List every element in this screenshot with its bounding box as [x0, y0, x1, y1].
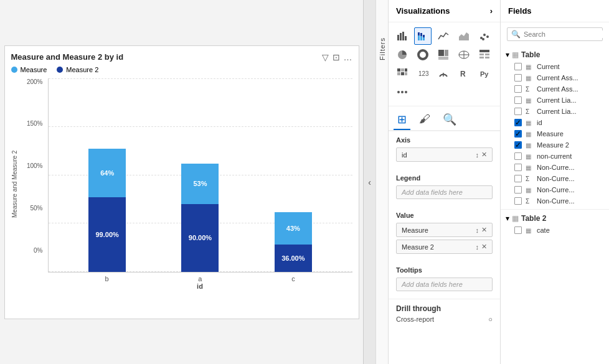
field-checkbox-measure[interactable]: ✓	[514, 130, 522, 138]
cross-report-label: Cross-report	[396, 315, 434, 323]
axis-field-box[interactable]: id ↕ ✕	[396, 147, 493, 162]
viz-tab-analytics[interactable]: 🔍	[439, 110, 460, 130]
field-checkbox-current[interactable]	[514, 63, 522, 70]
field-type-cate: ▦	[526, 227, 533, 234]
viz-python-icon[interactable]: Py	[476, 65, 493, 82]
field-name-noncurre1: Non-Curre...	[537, 164, 602, 171]
value-measure2-icons: ↕ ✕	[476, 243, 488, 251]
value-measure2-remove[interactable]: ✕	[481, 243, 487, 251]
viz-icons-grid: 123 R Py	[389, 22, 500, 106]
svg-point-12	[483, 34, 486, 36]
chart-title: Measure and Measure 2 by id	[11, 52, 124, 62]
more-icon[interactable]: …	[344, 52, 352, 62]
value-measure-remove[interactable]: ✕	[481, 226, 487, 234]
bars-group: 99.00% 64% 90.00% 53%	[49, 78, 352, 272]
viz-kpi-icon[interactable]: 123	[414, 65, 432, 82]
field-checkbox-curlia1[interactable]	[514, 96, 522, 104]
bar-bottom-b: 64%	[88, 149, 126, 197]
table2-label: Table 2	[521, 214, 546, 223]
viz-stacked-bar-icon[interactable]	[414, 27, 432, 45]
viz-gauge-icon[interactable]	[435, 65, 452, 82]
value-measure2-text: Measure 2	[402, 243, 434, 251]
svg-rect-3	[405, 36, 407, 40]
value-field-measure2[interactable]: Measure 2 ↕ ✕	[396, 240, 493, 254]
field-checkbox-noncurrent[interactable]	[514, 152, 522, 160]
viz-tab-format[interactable]: 🖌	[415, 110, 434, 130]
axis-label: Axis	[396, 136, 493, 144]
search-input[interactable]	[524, 30, 609, 38]
field-checkbox-noncurre2[interactable]	[514, 175, 522, 182]
svg-rect-2	[402, 32, 404, 40]
field-checkbox-id[interactable]: ✓	[514, 119, 522, 126]
field-checkbox-curass1[interactable]	[514, 74, 522, 82]
field-item-curlia2: Σ Current Lia...	[512, 106, 604, 117]
search-box[interactable]: 🔍	[507, 27, 603, 41]
sidebar-collapse-button[interactable]: ‹	[363, 0, 375, 364]
expand-icon[interactable]: ⊡	[333, 52, 340, 62]
fields-header: Fields	[501, 0, 609, 22]
tooltips-field-box[interactable]: Add data fields here	[396, 278, 493, 291]
table1-header[interactable]: ▾ ▦ Table	[506, 49, 604, 61]
field-item-curass1: ▦ Current Ass...	[512, 72, 604, 83]
field-checkbox-noncurre4[interactable]	[514, 197, 522, 205]
value-measure-sort[interactable]: ↕	[476, 226, 479, 234]
field-name-measure: Measure	[537, 130, 602, 138]
viz-axis-section: Axis id ↕ ✕	[389, 131, 500, 169]
viz-R-icon[interactable]: R	[455, 65, 473, 82]
svg-point-14	[482, 38, 484, 40]
svg-rect-29	[405, 68, 407, 72]
field-checkbox-noncurre1[interactable]	[514, 164, 522, 171]
svg-rect-17	[445, 50, 448, 56]
field-checkbox-curlia2[interactable]	[514, 108, 522, 115]
table2-type-icon: ▦	[512, 214, 519, 223]
x-axis-title: id	[48, 282, 352, 290]
table2-collapse-icon: ▾	[506, 214, 509, 223]
y-ticks: 200% 150% 100% 50% 0%	[21, 78, 45, 254]
bar-column-c: 36.00% 43%	[275, 212, 312, 272]
viz-line-chart-icon[interactable]	[435, 27, 452, 45]
viz-scatter-icon[interactable]	[476, 27, 493, 45]
field-checkbox-noncurre3[interactable]	[514, 186, 522, 194]
field-name-curlia1: Current Lia...	[537, 96, 602, 104]
table2-header[interactable]: ▾ ▦ Table 2	[506, 212, 604, 225]
svg-rect-31	[401, 72, 404, 75]
viz-area-chart-icon[interactable]	[455, 27, 473, 45]
viz-pie-icon[interactable]	[394, 46, 411, 63]
legend-field-box[interactable]: Add data fields here	[396, 185, 493, 199]
bar-column-b: 99.00% 64%	[88, 149, 126, 272]
viz-treemap-icon[interactable]	[435, 46, 452, 63]
fields-title: Fields	[508, 6, 532, 16]
y-tick-200: 200%	[21, 78, 43, 85]
viz-map-icon[interactable]	[455, 46, 473, 63]
viz-bar-chart-icon[interactable]	[394, 27, 411, 45]
field-checkbox-curass2[interactable]	[514, 85, 522, 93]
viz-chevron-right[interactable]: ›	[490, 6, 493, 16]
axis-sort-icon[interactable]: ↕	[476, 151, 479, 159]
chart-icons: ▽ ⊡ …	[322, 52, 352, 62]
value-field-measure[interactable]: Measure ↕ ✕	[396, 223, 493, 237]
viz-matrix-icon[interactable]	[394, 65, 411, 82]
cross-report-row: Cross-report ○	[396, 315, 493, 323]
bar-stack-c: 36.00% 43%	[275, 212, 312, 272]
field-checkbox-cate[interactable]	[514, 226, 522, 234]
value-measure2-sort[interactable]: ↕	[476, 243, 479, 251]
axis-remove-icon[interactable]: ✕	[481, 151, 487, 159]
field-type-noncurre2: Σ	[526, 175, 533, 182]
y-tick-150: 150%	[21, 120, 43, 127]
legend: Measure Measure 2	[11, 66, 352, 73]
tooltips-label: Tooltips	[396, 266, 493, 274]
field-checkbox-measure2[interactable]: ✓	[514, 141, 522, 149]
drill-label: Drill through	[396, 304, 493, 313]
viz-tab-fields[interactable]: ⊞	[394, 110, 410, 130]
svg-marker-10	[459, 32, 469, 40]
filter-icon[interactable]: ▽	[322, 52, 329, 62]
viz-more-icon[interactable]	[394, 83, 411, 101]
svg-rect-9	[423, 35, 425, 37]
field-name-noncurre3: Non-Curre...	[537, 186, 602, 194]
field-type-noncurrent: ▦	[526, 153, 533, 160]
chart-inner: 200% 150% 100% 50% 0%	[21, 78, 352, 290]
field-name-id: id	[537, 119, 602, 126]
viz-donut-icon[interactable]	[414, 46, 432, 63]
viz-table-icon[interactable]	[476, 46, 493, 63]
cross-report-toggle[interactable]: ○	[488, 315, 493, 323]
